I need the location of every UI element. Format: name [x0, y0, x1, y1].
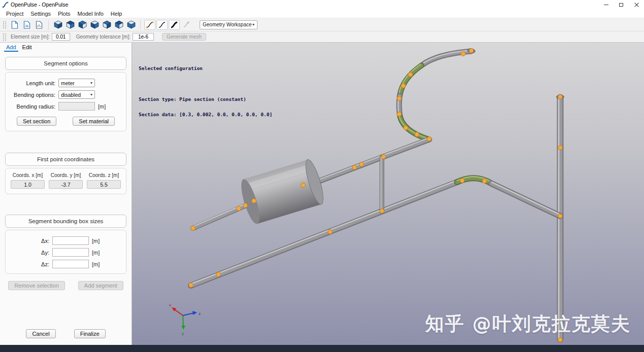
menu-item-project[interactable]: Project — [3, 11, 27, 17]
maximize-button[interactable] — [614, 0, 629, 9]
pipe-disabled-tool-button[interactable] — [181, 20, 192, 30]
axes-triad-icon: x y z — [169, 303, 201, 336]
close-icon — [634, 2, 639, 8]
set-material-button[interactable]: Set material — [73, 117, 115, 126]
pipe-upper-diagonal[interactable] — [307, 138, 429, 186]
view-cube-button-2[interactable] — [65, 20, 76, 30]
segment-options-title: Segment options — [5, 57, 126, 70]
bending-options-label: Bending options: — [10, 92, 55, 98]
cancel-button[interactable]: Cancel — [26, 329, 55, 338]
delta-z-unit: [m] — [92, 261, 100, 267]
menu-bar: Project Settings Plots Model Info Help — [0, 9, 644, 18]
tab-edit[interactable]: Edit — [20, 44, 34, 52]
bending-options-value: disabled — [61, 92, 81, 98]
axis-x-label: x — [169, 303, 171, 307]
menu-item-settings[interactable]: Settings — [27, 11, 54, 17]
coord-z-input[interactable]: 5.5 — [87, 180, 121, 189]
file-open-icon — [23, 21, 30, 29]
bending-radius-label: Bending radius: — [10, 103, 55, 110]
file-open-button[interactable] — [21, 20, 33, 30]
add-segment-button[interactable]: Add segment — [78, 281, 123, 290]
view-cube-icon — [78, 20, 87, 29]
pipe-vertical-connector[interactable] — [381, 157, 382, 212]
first-point-group: Coords. x [m] Coords. y [m] Coords. z [m… — [5, 168, 126, 194]
length-unit-select[interactable]: meter ▾ — [58, 79, 95, 87]
segment-options-group: Length unit: meter ▾ Bending options: di… — [5, 72, 126, 131]
view-cube-button-7[interactable] — [125, 20, 137, 30]
bounding-box-title: Segment bounding box sizes — [5, 215, 126, 228]
maximize-icon — [619, 3, 623, 7]
menu-item-plots[interactable]: Plots — [54, 11, 74, 17]
delta-y-unit: [m] — [92, 250, 100, 256]
main-toolbar: Geometry Workspace ▾ — [0, 18, 644, 31]
workspace-select[interactable]: Geometry Workspace ▾ — [200, 20, 257, 29]
menu-item-help[interactable]: Help — [107, 11, 126, 17]
pipe-bold-curve-icon — [170, 21, 179, 29]
chevron-down-icon: ▾ — [90, 92, 92, 97]
view-cube-icon — [115, 20, 123, 29]
remove-selection-button[interactable]: Remove selection — [8, 281, 65, 290]
toolbar-grip-icon[interactable] — [3, 33, 6, 41]
viewport-3d[interactable]: x y z Selected configuration Section typ… — [132, 43, 644, 345]
selection-info-overlay: Selected configuration Section type: Pip… — [139, 56, 272, 127]
view-cube-button-5[interactable] — [101, 20, 112, 30]
view-cube-icon — [90, 20, 99, 29]
toolbar-grip-icon[interactable] — [3, 21, 6, 29]
delta-z-label: Δz: — [10, 261, 49, 267]
coord-y-input[interactable]: -3.7 — [49, 180, 83, 189]
delta-z-input[interactable] — [52, 260, 89, 268]
app-icon — [2, 2, 9, 8]
delta-y-input[interactable] — [52, 248, 89, 257]
cylinder-vessel[interactable] — [238, 158, 327, 225]
menu-item-model-info[interactable]: Model Info — [74, 11, 107, 17]
view-cube-button-1[interactable] — [52, 20, 63, 30]
axis-y-label: y — [182, 331, 184, 336]
pipe-points-tool-button[interactable] — [144, 20, 155, 30]
bending-radius-input[interactable] — [58, 102, 95, 111]
set-section-button[interactable]: Set section — [17, 117, 56, 126]
tab-add[interactable]: Add — [4, 44, 18, 52]
pipe-curve-tool-button[interactable] — [156, 20, 168, 30]
element-size-label: Element size [m]: — [11, 34, 50, 40]
toolbar-separator — [48, 20, 49, 29]
element-size-input[interactable] — [52, 33, 70, 41]
file-export-button[interactable] — [34, 20, 45, 30]
coord-z-header: Coords. z [m] — [85, 172, 123, 178]
length-unit-label: Length unit: — [10, 80, 55, 86]
view-cube-icon — [127, 20, 136, 29]
coord-y-header: Coords. y [m] — [47, 172, 85, 178]
delta-x-unit: [m] — [92, 238, 100, 244]
view-cube-icon — [103, 20, 111, 29]
bending-options-select[interactable]: disabled ▾ — [58, 90, 95, 99]
mesh-toolbar: Element size [m]: Geometry tolerance [m]… — [0, 31, 644, 43]
pipe-points-icon — [145, 21, 154, 29]
view-cube-button-3[interactable] — [77, 20, 88, 30]
chevron-down-icon: ▾ — [252, 22, 254, 27]
geometry-tolerance-input[interactable] — [133, 33, 154, 41]
toolbar-separator — [140, 20, 141, 29]
delta-x-input[interactable] — [52, 236, 89, 245]
coord-x-input[interactable]: 1.0 — [11, 180, 45, 189]
file-new-button[interactable] — [9, 20, 20, 30]
file-export-icon — [36, 21, 43, 29]
view-cube-button-6[interactable] — [113, 20, 124, 30]
status-bar — [0, 345, 644, 352]
axis-z-label: z — [199, 311, 201, 316]
view-cube-button-4[interactable] — [89, 20, 100, 30]
watermark-text: 知乎 @叶刘克拉克莫夫 — [425, 311, 631, 337]
view-cube-icon — [54, 20, 62, 29]
bounding-box-group: Δx: [m] Δy: [m] Δz: [m] — [5, 230, 126, 274]
overlay-line-3: Section data: [0.3, 0.002, 0.0, 0.0, 0.0… — [139, 112, 272, 117]
minimize-button[interactable] — [598, 0, 614, 9]
close-button[interactable] — [629, 0, 644, 9]
pipe-curve-icon — [157, 21, 167, 29]
pipe-s-curve[interactable] — [398, 50, 471, 139]
pipe-bold-curve-tool-button[interactable] — [169, 20, 180, 30]
window-title: OpenPulse - OpenPulse — [11, 2, 68, 8]
title-bar: OpenPulse - OpenPulse — [0, 0, 644, 9]
coord-x-header: Coords. x [m] — [9, 172, 47, 178]
minimize-icon — [604, 5, 608, 5]
delta-y-label: Δy: — [10, 250, 49, 256]
finalize-button[interactable]: Finalize — [74, 329, 106, 338]
generate-mesh-button[interactable]: Generate mesh — [162, 33, 206, 41]
